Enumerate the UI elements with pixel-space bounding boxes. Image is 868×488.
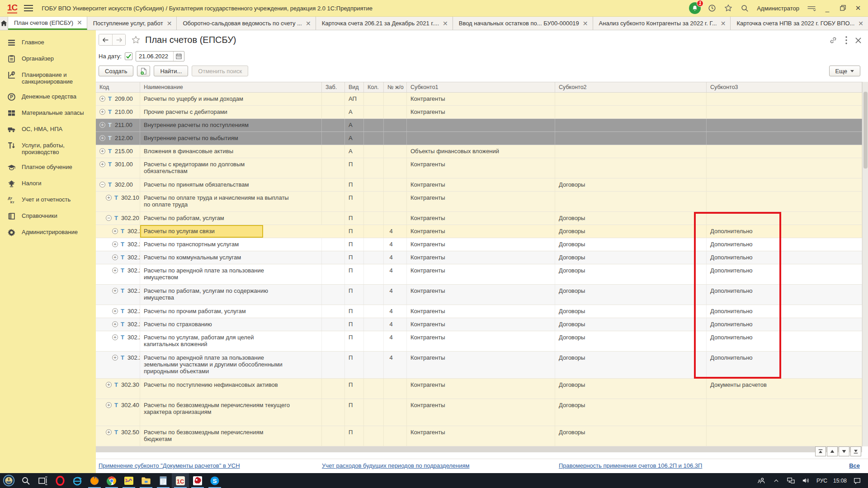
table-row[interactable]: − Т 302.20 Расчеты по работам, услугам П… bbox=[96, 212, 862, 225]
horizontal-scrollbar[interactable] bbox=[96, 446, 862, 452]
table-row[interactable]: + Т 211.00 Внутренние расчеты по поступл… bbox=[96, 119, 862, 132]
action-center-icon[interactable] bbox=[853, 476, 862, 485]
close-button[interactable]: ✕ bbox=[854, 4, 863, 12]
expand-icon[interactable]: + bbox=[112, 308, 118, 314]
column-header[interactable]: Кол. bbox=[364, 82, 384, 92]
start-icon[interactable] bbox=[0, 473, 17, 488]
scroll-to-bottom-button[interactable] bbox=[850, 446, 861, 456]
account-name[interactable]: Расчеты с кредиторами по долговым обязат… bbox=[140, 158, 322, 178]
footer-link[interactable]: Правомерность применения счетов 106.2П и… bbox=[559, 462, 702, 469]
table-row[interactable]: + Т 302.24 Расчеты по арендной плате за … bbox=[96, 264, 862, 285]
column-header[interactable]: Субконто3 bbox=[707, 82, 862, 92]
tab-close-icon[interactable]: ✕ bbox=[443, 20, 448, 27]
back-button[interactable] bbox=[99, 34, 112, 45]
account-name[interactable]: Расчеты по безвозмездным перечислениям б… bbox=[140, 426, 322, 446]
table-row[interactable]: + Т 302.23 Расчеты по коммунальным услуг… bbox=[96, 251, 862, 264]
account-name[interactable]: Прочие расчеты с дебиторами bbox=[140, 106, 322, 118]
expand-icon[interactable]: + bbox=[112, 254, 118, 260]
tab[interactable]: Карточка счета 206.21 за Декабрь 2021 г.… bbox=[316, 17, 453, 30]
volume-icon[interactable] bbox=[802, 476, 811, 485]
date-checkbox[interactable] bbox=[125, 52, 132, 60]
language-indicator[interactable]: РУС bbox=[816, 478, 827, 484]
tools-menu-icon[interactable] bbox=[807, 3, 816, 13]
tab-close-icon[interactable]: ✕ bbox=[77, 19, 82, 26]
kebab-menu-icon[interactable] bbox=[845, 36, 848, 45]
sidebar-item[interactable]: Справочники bbox=[0, 208, 96, 225]
expand-icon[interactable]: + bbox=[112, 228, 118, 234]
table-row[interactable]: + Т 209.00 Расчеты по ущербу и иным дохо… bbox=[96, 93, 862, 106]
account-name[interactable]: Расчеты по услугам связи bbox=[140, 225, 263, 238]
table-row[interactable]: + Т 210.00 Прочие расчеты с дебиторами А… bbox=[96, 106, 862, 119]
date-input[interactable] bbox=[136, 53, 173, 60]
sidebar-item[interactable]: Налоги bbox=[0, 176, 96, 192]
account-name[interactable]: Внутренние расчеты по выбытиям bbox=[140, 132, 322, 145]
expand-icon[interactable]: + bbox=[99, 135, 105, 141]
column-header[interactable]: Субконто1 bbox=[407, 82, 555, 92]
column-header[interactable]: № ж/о bbox=[384, 82, 407, 92]
sidebar-item[interactable]: Р Планирование и санкционирование bbox=[0, 67, 96, 89]
sidebar-item[interactable]: Администрирование bbox=[0, 225, 96, 241]
tab[interactable]: Ввод начальных остатков по... БУ00-00001… bbox=[453, 17, 593, 30]
table-row[interactable]: + Т 302.28 Расчеты по услугам, работам д… bbox=[96, 331, 862, 352]
expand-icon[interactable]: + bbox=[112, 241, 118, 247]
table-row[interactable]: + Т 302.40 Расчеты по безвозмездным пере… bbox=[96, 399, 862, 426]
table-row[interactable]: + Т 301.00 Расчеты с кредиторами по долг… bbox=[96, 158, 862, 178]
paint-icon[interactable] bbox=[120, 473, 137, 488]
chrome-icon[interactable] bbox=[103, 473, 120, 488]
people-icon[interactable] bbox=[757, 476, 766, 485]
minimize-button[interactable]: _ bbox=[823, 5, 832, 12]
sidebar-item[interactable]: Платное обучение bbox=[0, 160, 96, 176]
expand-icon[interactable]: + bbox=[99, 161, 105, 167]
sidebar-item[interactable]: ДтКт Учет и отчетность bbox=[0, 192, 96, 208]
column-header[interactable]: Наименование bbox=[140, 82, 322, 92]
sidebar-item[interactable]: Органайзер bbox=[0, 51, 96, 67]
tab[interactable]: Карточка счета НПВ за 2022 г. ГОБУ ВПО..… bbox=[731, 17, 868, 30]
favorites-icon[interactable] bbox=[723, 3, 733, 13]
account-name[interactable]: Расчеты по прочим работам, услугам bbox=[140, 305, 322, 318]
consultant-plus-icon[interactable] bbox=[189, 473, 206, 488]
show-hidden-icons-icon[interactable] bbox=[772, 476, 781, 485]
opera-icon[interactable] bbox=[52, 473, 69, 488]
tab-home[interactable] bbox=[0, 17, 8, 30]
tab-close-icon[interactable]: ✕ bbox=[858, 20, 863, 27]
calendar-icon[interactable] bbox=[173, 52, 184, 61]
account-name[interactable]: Вложения в финансовые активы bbox=[140, 145, 322, 158]
account-name[interactable]: Расчеты по арендной плате за пользование… bbox=[140, 352, 322, 378]
search-icon[interactable] bbox=[740, 3, 750, 13]
file-explorer-icon[interactable] bbox=[137, 473, 155, 488]
history-icon[interactable] bbox=[707, 3, 717, 13]
table-row[interactable]: + Т 215.00 Вложения в финансовые активы … bbox=[96, 145, 862, 158]
current-user[interactable]: Администратор bbox=[757, 5, 799, 12]
column-header[interactable]: Субконто2 bbox=[555, 82, 707, 92]
account-name[interactable]: Внутренние расчеты по поступлениям bbox=[140, 119, 322, 131]
all-links-button[interactable]: Все bbox=[849, 462, 860, 469]
account-name[interactable]: Расчеты по поступлению нефинансовых акти… bbox=[140, 379, 322, 399]
table-row[interactable]: + Т 212.00 Внутренние расчеты по выбытия… bbox=[96, 132, 862, 145]
account-name[interactable]: Расчеты по арендной плате за пользование… bbox=[140, 264, 322, 284]
expand-icon[interactable]: + bbox=[99, 148, 105, 154]
account-name[interactable]: Расчеты по работам, услугам по содержани… bbox=[140, 285, 322, 305]
expand-icon[interactable]: + bbox=[112, 288, 118, 294]
table-header[interactable]: КодНаименованиеЗаб.ВидКол.№ ж/оСубконто1… bbox=[96, 82, 862, 93]
expand-icon[interactable]: + bbox=[99, 109, 105, 115]
expand-icon[interactable]: + bbox=[106, 429, 112, 435]
table-row[interactable]: + Т 302.29 Расчеты по арендной плате за … bbox=[96, 352, 862, 379]
expand-icon[interactable]: + bbox=[112, 355, 118, 361]
tab-close-icon[interactable]: ✕ bbox=[583, 20, 588, 27]
account-name[interactable]: Расчеты по безвозмездным перечислениям т… bbox=[140, 399, 322, 426]
more-button[interactable]: Еще bbox=[829, 66, 860, 76]
expand-icon[interactable]: + bbox=[99, 96, 105, 102]
footer-link[interactable]: Применение субконто "Документы расчетов"… bbox=[99, 462, 240, 469]
scroll-up-button[interactable] bbox=[827, 446, 838, 456]
account-name[interactable]: Расчеты по оплате труда и начислениям на… bbox=[140, 192, 322, 211]
account-name[interactable]: Расчеты по принятым обязательствам bbox=[140, 178, 322, 191]
search-icon[interactable] bbox=[17, 473, 34, 488]
table-row[interactable]: + Т 302.30 Расчеты по поступлению нефина… bbox=[96, 379, 862, 399]
account-name[interactable]: Расчеты по работам, услугам bbox=[140, 212, 322, 225]
sidebar-item[interactable]: Материальные запасы bbox=[0, 105, 96, 122]
expand-icon[interactable]: + bbox=[106, 382, 112, 388]
account-name[interactable]: Расчеты по страхованию bbox=[140, 318, 322, 331]
table-row[interactable]: + Т 302.22 Расчеты по транспортным услуг… bbox=[96, 238, 862, 251]
notifications-icon[interactable]: 1 bbox=[689, 2, 701, 14]
table-row[interactable]: + Т 302.50 Расчеты по безвозмездным пере… bbox=[96, 426, 862, 446]
